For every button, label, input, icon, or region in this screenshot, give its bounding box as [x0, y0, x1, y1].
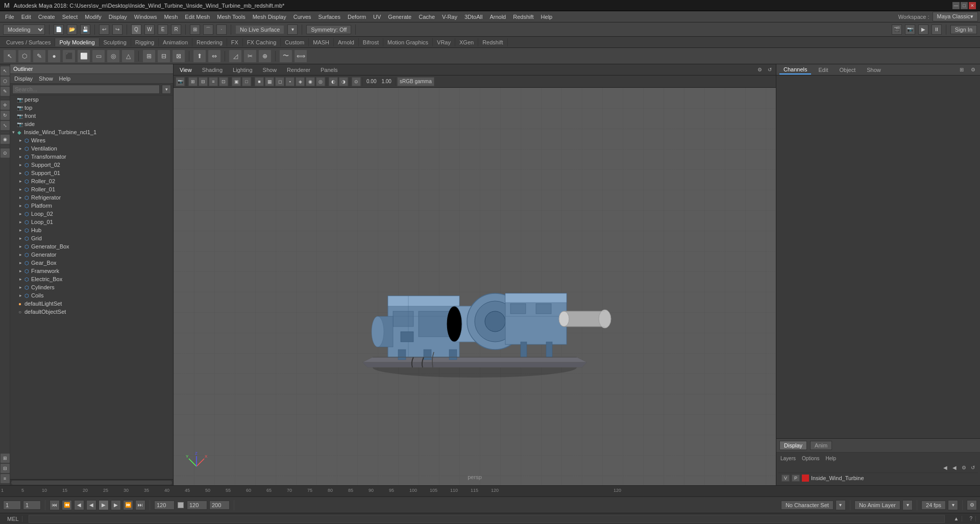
tree-item-loop02[interactable]: ▸ ⬡ Loop_02 — [10, 210, 173, 218]
new-scene-btn[interactable]: 📄 — [54, 24, 64, 35]
icon-torus[interactable]: ◎ — [107, 49, 120, 63]
menu-curves[interactable]: Curves — [290, 13, 314, 21]
tab-curves-surfaces[interactable]: Curves / Surfaces — [2, 38, 55, 46]
sidebar-snap-icon[interactable]: ⊟ — [1, 464, 10, 473]
preferences-btn[interactable]: ⚙ — [967, 500, 977, 510]
sidebar-rotate-icon[interactable]: ↻ — [1, 111, 10, 120]
tree-item-side[interactable]: 📷 side — [10, 120, 173, 128]
live-surface-arrow[interactable]: ▾ — [287, 24, 298, 35]
icon-connect[interactable]: ⊕ — [258, 49, 272, 63]
icon-multicut[interactable]: ✂ — [243, 49, 257, 63]
vp-tab-panels[interactable]: Panels — [316, 66, 342, 74]
tree-item-hub[interactable]: ▸ ⬡ Hub — [10, 226, 173, 234]
vp-layout2-btn[interactable]: ⊟ — [199, 77, 208, 86]
vp-shade3-btn[interactable]: ◻ — [275, 77, 284, 86]
menu-windows[interactable]: Windows — [131, 13, 160, 21]
menu-edit-mesh[interactable]: Edit Mesh — [182, 13, 213, 21]
sidebar-grid-icon[interactable]: ⊞ — [1, 454, 10, 463]
tree-item-defaultobjectset[interactable]: ○ defaultObjectSet — [10, 308, 173, 316]
next-key-btn[interactable]: ▶ — [111, 500, 121, 510]
icon-combine[interactable]: ⊞ — [142, 49, 156, 63]
icon-extract[interactable]: ⊠ — [172, 49, 185, 63]
menu-create[interactable]: Create — [35, 13, 58, 21]
current-frame-input[interactable] — [3, 501, 21, 510]
save-btn[interactable]: 💾 — [80, 24, 90, 35]
layer-options-icon[interactable]: ⚙ — [960, 463, 968, 471]
go-to-start-btn[interactable]: ⏮ — [50, 500, 60, 510]
layer-refresh-icon[interactable]: ↺ — [969, 463, 977, 471]
layer-remove-icon[interactable]: ◀ — [950, 463, 959, 471]
range-max-input[interactable] — [187, 501, 207, 510]
tree-item-top[interactable]: 📷 top — [10, 104, 173, 112]
range-end-input[interactable] — [209, 501, 230, 510]
vp-layout4-btn[interactable]: ⊡ — [219, 77, 228, 86]
vp-shade2-btn[interactable]: ▦ — [265, 77, 274, 86]
tree-item-persp[interactable]: 📷 persp — [10, 95, 173, 104]
rp-tab-show[interactable]: Show — [863, 66, 885, 74]
icon-select-tool[interactable]: ↖ — [3, 49, 16, 63]
menu-edit[interactable]: Edit — [18, 13, 34, 21]
tree-item-roller01[interactable]: ▸ ⬡ Roller_01 — [10, 185, 173, 193]
playblast-btn[interactable]: ▶ — [918, 24, 928, 35]
tab-rendering[interactable]: Rendering — [192, 38, 227, 46]
play-fwd-btn[interactable]: ▶ — [99, 500, 109, 510]
sidebar-select-icon[interactable]: ↖ — [1, 66, 10, 76]
menu-mesh[interactable]: Mesh — [161, 13, 181, 21]
icon-separate[interactable]: ⊟ — [157, 49, 170, 63]
snap-point-btn[interactable]: · — [216, 24, 227, 35]
vp-shade7-btn[interactable]: ◎ — [316, 77, 325, 86]
vp-shade5-btn[interactable]: ◈ — [296, 77, 305, 86]
tree-item-roller02[interactable]: ▸ ⬡ Roller_02 — [10, 177, 173, 185]
vp-tab-lighting[interactable]: Lighting — [229, 66, 257, 74]
translate-btn[interactable]: W — [144, 24, 155, 35]
maximize-button[interactable]: □ — [961, 2, 968, 9]
no-character-btn[interactable]: No Character Set — [781, 501, 834, 510]
da-tab-display[interactable]: Display — [779, 441, 807, 450]
search-input[interactable] — [12, 85, 160, 94]
tree-item-support02[interactable]: ▸ ⬡ Support_02 — [10, 161, 173, 169]
viewport-canvas[interactable]: X Y Z persp — [174, 88, 776, 485]
layer-visibility-btn[interactable]: V — [781, 475, 790, 482]
rp-tab-channels[interactable]: Channels — [779, 65, 811, 74]
anim-layer-dropdown-btn[interactable]: ▾ — [902, 500, 913, 510]
icon-smooth[interactable]: 〜 — [279, 49, 292, 63]
tree-item-cylinders[interactable]: ▸ ⬡ Cylinders — [10, 283, 173, 291]
rp-tab-edit[interactable]: Edit — [814, 66, 832, 74]
icon-bevel[interactable]: ◿ — [229, 49, 242, 63]
minimize-button[interactable]: — — [952, 2, 960, 9]
tab-custom[interactable]: Custom — [281, 38, 309, 46]
render-btn[interactable]: 🎬 — [892, 24, 902, 35]
workspace-select[interactable]: Maya Classic▾ — [933, 12, 978, 21]
tree-item-transformator[interactable]: ▸ ⬡ Transformator — [10, 153, 173, 161]
vp-cam-btn[interactable]: 📷 — [176, 77, 185, 86]
vp-xray-btn[interactable]: ⊙ — [352, 77, 361, 86]
icon-bridge[interactable]: ⇔ — [208, 49, 221, 63]
rp-settings-icon[interactable]: ⚙ — [969, 66, 977, 74]
rotate-btn[interactable]: E — [158, 24, 168, 35]
da-tab-anim[interactable]: Anim — [810, 441, 832, 450]
tree-item-generator[interactable]: ▸ ⬡ Generator — [10, 251, 173, 259]
menu-cache[interactable]: Cache — [415, 13, 438, 21]
vp-tab-shading[interactable]: Shading — [198, 66, 227, 74]
vp-safe-btn[interactable]: □ — [242, 77, 251, 86]
select-btn[interactable]: Q — [131, 24, 141, 35]
no-live-surface[interactable]: No Live Surface — [235, 25, 284, 34]
sign-in-btn[interactable]: Sign In — [950, 25, 977, 34]
menu-redshift[interactable]: Redshift — [510, 13, 536, 21]
search-filter-btn[interactable]: ▾ — [162, 85, 171, 94]
outliner-menu-display[interactable]: Display — [12, 75, 35, 82]
layer-row-wind-turbine[interactable]: V P Inside_Wind_Turbine — [778, 473, 978, 483]
tab-animation[interactable]: Animation — [159, 38, 192, 46]
open-btn[interactable]: 📂 — [67, 24, 77, 35]
tree-item-framework[interactable]: ▸ ⬡ Framework — [10, 267, 173, 275]
step-back-btn[interactable]: ⏪ — [62, 500, 72, 510]
sidebar-lasso-icon[interactable]: ⬡ — [1, 77, 10, 86]
icon-extrude[interactable]: ⬆ — [193, 49, 206, 63]
menu-uv[interactable]: UV — [370, 13, 384, 21]
vp-shade4-btn[interactable]: ▪ — [285, 77, 295, 86]
outliner-menu-show[interactable]: Show — [37, 75, 55, 82]
tree-item-generatorbox[interactable]: ▸ ⬡ Generator_Box — [10, 242, 173, 251]
tab-sculpting[interactable]: Sculpting — [100, 38, 131, 46]
icon-cylinder[interactable]: ⬜ — [77, 49, 90, 63]
pause-btn[interactable]: ⏸ — [932, 24, 942, 35]
